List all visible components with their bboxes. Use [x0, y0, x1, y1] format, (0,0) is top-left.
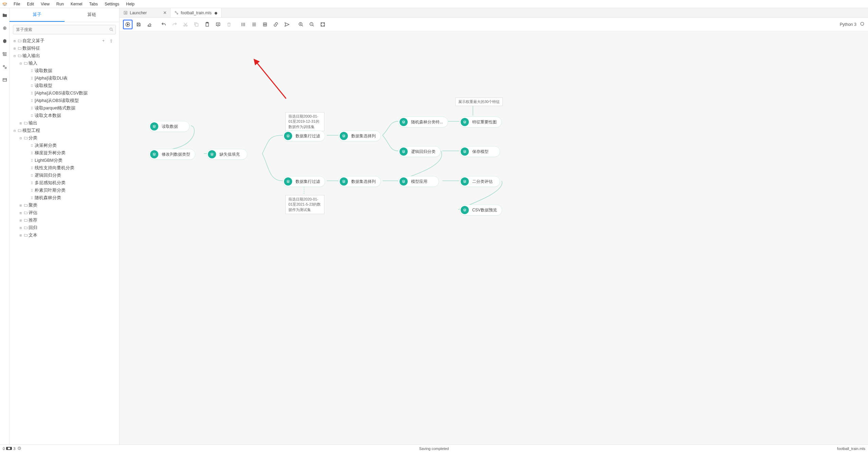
upload-operator-icon[interactable]: ⇧: [109, 38, 113, 44]
node-row-filter-train[interactable]: 数据集行过滤: [283, 131, 325, 141]
collapse-icon[interactable]: ⊟: [18, 62, 23, 65]
close-launcher-icon[interactable]: ✕: [163, 10, 167, 15]
tree-item[interactable]: 多层感知机分类: [11, 179, 118, 187]
status-kernel-icon[interactable]: [17, 446, 21, 451]
menu-settings[interactable]: Settings: [101, 0, 123, 8]
search-icon[interactable]: [107, 27, 116, 32]
tab-file[interactable]: football_train.mls ●: [171, 8, 222, 17]
workflow-canvas[interactable]: 展示权重最大的30个特征 筛选日期2000-01-01至2019-12-31的数…: [120, 31, 868, 445]
node-feature-importance[interactable]: 特征重要性图: [459, 117, 502, 127]
expand-icon[interactable]: ⊞: [18, 233, 23, 237]
menu-view[interactable]: View: [37, 0, 53, 8]
redo-button[interactable]: [170, 20, 179, 29]
menu-run[interactable]: Run: [53, 0, 67, 8]
menu-file[interactable]: File: [10, 0, 23, 8]
expand-icon[interactable]: ⊞: [18, 204, 23, 207]
cut-button[interactable]: [181, 20, 190, 29]
node-col-select-test[interactable]: 数据集选择列: [338, 176, 381, 187]
tree-item[interactable]: ⊞回归: [11, 224, 118, 231]
tab-launcher[interactable]: Launcher ✕: [120, 8, 171, 17]
tree-item[interactable]: 决策树分类: [11, 142, 118, 149]
menu-edit[interactable]: Edit: [23, 0, 37, 8]
delete-button[interactable]: [224, 20, 234, 29]
comment-test-filter[interactable]: 筛选日期2020-01-01至2021-5-23的数据作为测试集: [285, 195, 324, 214]
fit-button[interactable]: [318, 20, 327, 29]
tree-item[interactable]: 读取文本数据: [11, 112, 118, 119]
collapse-icon[interactable]: ⊟: [12, 54, 17, 58]
expand-icon[interactable]: ⊞: [12, 39, 17, 43]
tree-item[interactable]: ⊞文本: [11, 231, 118, 239]
tree-item[interactable]: [Alpha]从OBS读取CSV数据: [11, 89, 118, 97]
tree-item[interactable]: [Alpha]读取DLI表: [11, 74, 118, 82]
zoom-out-button[interactable]: [307, 20, 317, 29]
tree-item[interactable]: ⊟输入输出: [11, 52, 118, 59]
add-comment-button[interactable]: [213, 20, 223, 29]
tree-item[interactable]: [Alpha]从OBS读取模型: [11, 97, 118, 104]
paste-button[interactable]: [202, 20, 212, 29]
undo-button[interactable]: [159, 20, 169, 29]
align-h-button[interactable]: [238, 20, 248, 29]
tree-item[interactable]: ⊞聚类: [11, 202, 118, 209]
expand-icon[interactable]: ⊞: [18, 211, 23, 215]
run-button[interactable]: [123, 20, 132, 29]
tree-item[interactable]: ⊞自定义算子+⇧: [11, 37, 118, 45]
zoom-in-button[interactable]: [296, 20, 306, 29]
node-fillna[interactable]: 缺失值填充: [207, 149, 247, 160]
node-binary-eval[interactable]: 二分类评估: [459, 176, 500, 187]
rail-target-icon[interactable]: [2, 25, 8, 31]
copy-button[interactable]: [192, 20, 201, 29]
collapse-icon[interactable]: ⊟: [12, 129, 17, 133]
node-row-filter-test[interactable]: 数据集行过滤: [283, 176, 325, 187]
expand-icon[interactable]: ⊞: [18, 219, 23, 222]
tree-item[interactable]: ⊞推荐: [11, 216, 118, 224]
tree-item[interactable]: 读取parquet格式数据: [11, 104, 118, 112]
menu-tabs[interactable]: Tabs: [86, 0, 101, 8]
tree-item[interactable]: ⊞输出: [11, 119, 118, 127]
panel-tab-chains[interactable]: 算链: [65, 8, 120, 22]
tree-item[interactable]: ⊟模型工程: [11, 127, 118, 134]
panel-tab-operators[interactable]: 算子: [10, 8, 65, 22]
node-change-dtype[interactable]: 修改列数据类型: [149, 149, 195, 160]
rail-tabs-icon[interactable]: [2, 77, 8, 83]
tree-item[interactable]: 线性支持向量机分类: [11, 164, 118, 172]
add-operator-icon[interactable]: +: [102, 38, 105, 44]
node-model-apply[interactable]: 模型应用: [398, 176, 439, 187]
rail-hex-icon[interactable]: [2, 38, 8, 44]
menu-help[interactable]: Help: [123, 0, 138, 8]
menu-kernel[interactable]: Kernel: [67, 0, 86, 8]
kernel-name[interactable]: Python 3: [840, 22, 856, 27]
expand-icon[interactable]: ⊞: [18, 121, 23, 125]
tree-item[interactable]: 读取数据: [11, 67, 118, 74]
link-button[interactable]: [271, 20, 281, 29]
expand-icon[interactable]: ⊞: [12, 47, 17, 50]
tree-item[interactable]: 朴素贝叶斯分类: [11, 187, 118, 194]
node-col-select-train[interactable]: 数据集选择列: [338, 131, 381, 141]
operator-search-input[interactable]: [13, 27, 107, 32]
rail-settings-icon[interactable]: [2, 64, 8, 70]
rail-folder-icon[interactable]: [2, 12, 8, 18]
node-logistic-reg[interactable]: 逻辑回归分类: [398, 146, 441, 157]
tree-item[interactable]: 随机森林分类: [11, 194, 118, 202]
tree-item[interactable]: 梯度提升树分类: [11, 149, 118, 157]
node-random-forest[interactable]: 随机森林分类特...: [398, 117, 448, 127]
tree-item[interactable]: ⊟分类: [11, 134, 118, 142]
tree-item[interactable]: 逻辑回归分类: [11, 172, 118, 179]
node-read-data[interactable]: 读取数据: [149, 121, 190, 132]
tree-item[interactable]: ⊞评估: [11, 209, 118, 216]
tree-item[interactable]: LightGBM分类: [11, 157, 118, 164]
collapse-icon[interactable]: ⊟: [18, 136, 23, 140]
erase-button[interactable]: [145, 20, 154, 29]
align-v-button[interactable]: [249, 20, 259, 29]
save-button[interactable]: [134, 20, 143, 29]
status-terminals[interactable]: [6, 447, 12, 450]
tree-item[interactable]: ⊟输入: [11, 59, 118, 67]
send-button[interactable]: [282, 20, 291, 29]
grid-button[interactable]: [260, 20, 270, 29]
tree-item[interactable]: ⊞数据特征: [11, 45, 118, 52]
comment-train-filter[interactable]: 筛选日期2000-01-01至2019-12-31的数据作为训练集: [285, 112, 324, 131]
rail-list-icon[interactable]: [2, 51, 8, 57]
node-save-model[interactable]: 保存模型: [459, 146, 500, 157]
node-csv-preview[interactable]: CSV数据预览: [459, 205, 502, 215]
comment-topk[interactable]: 展示权重最大的30个特征: [455, 98, 503, 106]
tree-item[interactable]: 读取模型: [11, 82, 118, 89]
